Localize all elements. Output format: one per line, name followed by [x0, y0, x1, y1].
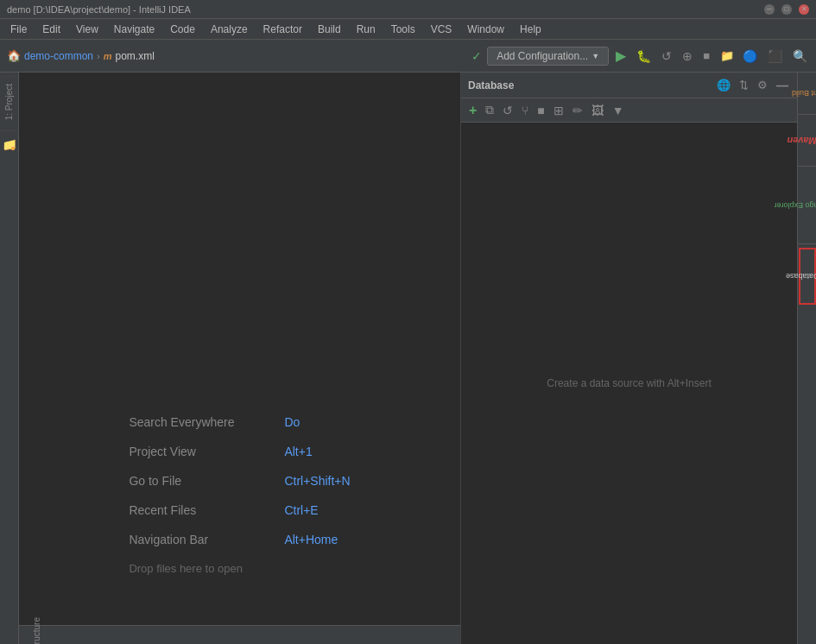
title-bar: demo [D:\IDEA\project\demo] - IntelliJ I… [0, 0, 816, 19]
project-icon: 🏠 [7, 49, 21, 62]
database-title: Database [468, 79, 710, 92]
breadcrumb-separator: › [97, 51, 100, 61]
run-toolbar: ▶ 🐛 ↺ ⊕ ■ 📁 [614, 46, 736, 66]
quick-action-file: Go to File Ctrl+Shift+N [129, 474, 350, 488]
mongo-icon: 🍃 Mongo Explorer [774, 201, 816, 210]
toolbar: 🏠 demo-common › m pom.xml ✓ Add Configur… [0, 40, 816, 73]
navigation-bar-label: Navigation Bar [129, 533, 267, 546]
run-button[interactable]: ▶ [614, 46, 628, 66]
ant-build-tab[interactable]: Ant Build [798, 73, 817, 115]
menu-window[interactable]: Window [460, 22, 511, 37]
split-icon[interactable]: ⇅ [737, 78, 750, 93]
coverage-button[interactable]: ↺ [660, 47, 674, 65]
bottom-bar: Z: Structure [19, 625, 460, 644]
file-icon: m [104, 51, 112, 61]
db-refresh-icon[interactable]: ↺ [500, 102, 516, 119]
close-button[interactable]: ✕ [799, 4, 809, 15]
maven-icon: m Maven [787, 136, 816, 146]
minimize-button[interactable]: ─ [764, 4, 775, 15]
go-to-file-shortcut: Ctrl+Shift+N [284, 474, 350, 488]
quick-action-drop: Drop files here to open [129, 562, 350, 575]
window-title: demo [D:\IDEA\project\demo] - IntelliJ I… [7, 4, 764, 15]
minimize-panel-icon[interactable]: — [775, 78, 790, 93]
navigation-bar-shortcut: Alt+Home [284, 533, 338, 546]
menu-code[interactable]: Code [163, 22, 202, 37]
db-edit-icon[interactable]: ✏ [570, 102, 585, 119]
quick-action-search: Search Everywhere Do [129, 415, 350, 429]
db-table-icon[interactable]: ⊞ [551, 102, 566, 119]
recent-files-shortcut: Ctrl+E [284, 503, 318, 517]
database-content: Create a data source with Alt+Insert [461, 123, 797, 644]
project-view-shortcut: Alt+1 [284, 445, 312, 458]
go-to-file-label: Go to File [129, 474, 267, 488]
menu-bar: File Edit View Navigate Code Analyze Ref… [0, 19, 816, 40]
db-add-icon[interactable]: + [466, 101, 479, 120]
main-area: 1: Project 📁 Search Everywhere Do Projec… [0, 73, 816, 644]
db-copy-icon[interactable]: ⧉ [483, 101, 497, 119]
stop-button[interactable]: ■ [701, 47, 712, 64]
search-icon[interactable]: 🔍 [791, 47, 809, 65]
globe-icon[interactable]: 🌐 [715, 78, 732, 93]
maximize-button[interactable]: □ [781, 4, 792, 15]
menu-help[interactable]: Help [513, 22, 548, 37]
quick-action-navbar: Navigation Bar Alt+Home [129, 533, 350, 546]
database-empty-message: Create a data source with Alt+Insert [547, 377, 711, 389]
breadcrumb: 🏠 demo-common › m pom.xml [7, 49, 466, 62]
menu-tools[interactable]: Tools [384, 22, 422, 37]
sidebar-item-project[interactable]: 1: Project [1, 76, 17, 127]
build-button[interactable]: 📁 [718, 47, 736, 64]
menu-navigate[interactable]: Navigate [107, 22, 161, 37]
database-header: Database 🌐 ⇅ ⚙ — [461, 73, 797, 98]
quick-actions-overlay: Search Everywhere Do Project View Alt+1 … [129, 415, 350, 575]
sidebar-item-folder[interactable]: 📁 [0, 130, 20, 160]
db-filter-icon[interactable]: ▼ [610, 102, 627, 119]
settings-icon[interactable]: ⚙ [756, 78, 769, 93]
dropdown-icon: ▼ [591, 52, 599, 60]
menu-refactor[interactable]: Refactor [256, 22, 309, 37]
menu-vcs[interactable]: VCS [424, 22, 459, 37]
right-sidebar: Ant Build m Maven 🍃 Mongo Explorer 🗄 Dat… [797, 73, 816, 644]
project-view-label: Project View [129, 445, 267, 458]
database-toolbar: + ⧉ ↺ ⑂ ■ ⊞ ✏ 🖼 ▼ [461, 98, 797, 123]
add-configuration-button[interactable]: Add Configuration... ▼ [487, 47, 609, 66]
quick-action-project: Project View Alt+1 [129, 445, 350, 458]
mongo-explorer-tab[interactable]: 🍃 Mongo Explorer [798, 167, 817, 244]
structure-tab[interactable]: Z: Structure [19, 616, 45, 644]
editor-area: Search Everywhere Do Project View Alt+1 … [19, 73, 460, 644]
database-tab-icon: 🗄 Database [785, 272, 816, 281]
search-everywhere-label: Search Everywhere [129, 415, 267, 429]
breadcrumb-project[interactable]: demo-common [24, 50, 93, 62]
left-sidebar: 1: Project 📁 [0, 73, 19, 644]
db-stop-icon[interactable]: ■ [535, 102, 547, 119]
db-image-icon[interactable]: 🖼 [589, 102, 606, 119]
quick-action-recent: Recent Files Ctrl+E [129, 503, 350, 517]
drop-files-label: Drop files here to open [129, 562, 243, 575]
check-icon: ✓ [471, 49, 482, 63]
vcs-icon[interactable]: 🔵 [741, 47, 759, 65]
db-branch-icon[interactable]: ⑂ [519, 102, 531, 119]
menu-edit[interactable]: Edit [35, 22, 67, 37]
menu-view[interactable]: View [69, 22, 105, 37]
db-header-icons: 🌐 ⇅ ⚙ — [715, 78, 790, 93]
terminal-icon[interactable]: ⬛ [766, 47, 784, 65]
recent-files-label: Recent Files [129, 503, 267, 517]
menu-analyze[interactable]: Analyze [204, 22, 255, 37]
breadcrumb-file[interactable]: pom.xml [115, 50, 154, 62]
add-config-label: Add Configuration... [497, 50, 588, 62]
menu-build[interactable]: Build [311, 22, 348, 37]
profile-button[interactable]: ⊕ [680, 47, 694, 65]
right-toolbar: 🔵 ⬛ 🔍 [741, 47, 809, 65]
ant-icon: Ant Build [791, 89, 816, 98]
maven-tab[interactable]: m Maven [798, 115, 817, 167]
database-tab[interactable]: 🗄 Database [799, 248, 816, 305]
database-panel: Database 🌐 ⇅ ⚙ — + ⧉ ↺ ⑂ ■ ⊞ ✏ 🖼 ▼ Creat… [460, 73, 797, 644]
menu-file[interactable]: File [3, 22, 34, 37]
menu-run[interactable]: Run [350, 22, 383, 37]
search-everywhere-shortcut: Do [284, 415, 300, 429]
debug-button[interactable]: 🐛 [635, 47, 653, 65]
